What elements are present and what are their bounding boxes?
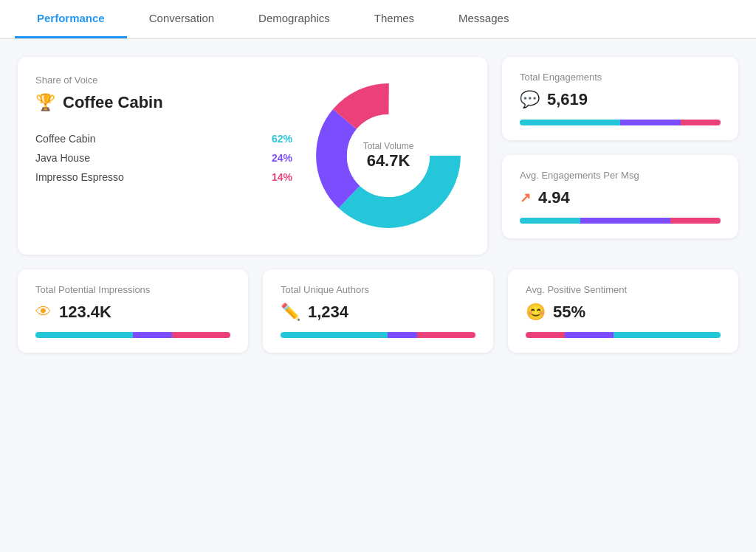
tab-conversation[interactable]: Conversation [127,0,236,38]
imp-bar-cyan [35,332,133,338]
tab-messages[interactable]: Messages [436,0,531,38]
authors-label: Total Unique Authors [281,284,475,295]
engagements-value-row: 💬 5,619 [520,90,721,109]
sov-item-name-3: Impresso Espresso [35,171,124,183]
sov-item-impresso: Impresso Espresso 14% [35,171,292,183]
impressions-label: Total Potential Impressions [35,284,230,295]
bottom-row: Total Potential Impressions 👁 123.4K Tot… [18,269,738,353]
sentiment-label: Avg. Positive Sentiment [526,284,721,295]
auth-bar-pink [417,332,475,338]
tab-demographics[interactable]: Demographics [236,0,352,38]
sov-title-text: Coffee Cabin [63,93,163,112]
avg-engagements-card: Avg. Engagements Per Msg ↗ 4.94 [502,155,738,238]
engagements-bar-cyan [520,120,620,125]
imp-bar-purple [133,332,172,338]
main-content: Share of Voice 🏆 Coffee Cabin Coffee Cab… [0,39,756,370]
eye-icon: 👁 [35,303,52,322]
authors-value: 1,234 [308,303,348,322]
sov-left: Share of Voice 🏆 Coffee Cabin Coffee Cab… [35,75,292,237]
sent-bar-pink [526,332,565,338]
sov-label: Share of Voice [35,75,292,86]
sov-item-pct-3: 14% [272,171,292,183]
avg-eng-value: 4.94 [538,188,570,207]
right-column: Total Engagements 💬 5,619 Avg. Engagemen… [502,57,738,255]
sov-item-pct-2: 24% [272,152,292,164]
engagements-value: 5,619 [547,90,588,109]
donut-total-value: 64.7K [363,151,414,170]
impressions-value-row: 👁 123.4K [35,303,230,322]
donut-center-text: Total Volume 64.7K [363,141,414,170]
imp-bar-pink [172,332,230,338]
impressions-card: Total Potential Impressions 👁 123.4K [18,269,248,353]
donut-total-label: Total Volume [363,141,414,151]
sov-item-java-house: Java House 24% [35,152,292,164]
avg-eng-value-row: ↗ 4.94 [520,188,721,207]
total-engagements-card: Total Engagements 💬 5,619 [502,57,738,140]
share-of-voice-card: Share of Voice 🏆 Coffee Cabin Coffee Cab… [18,57,487,255]
trophy-icon: 🏆 [35,93,55,112]
arrow-up-icon: ↗ [520,190,531,206]
sent-bar-cyan [614,332,721,338]
sentiment-value: 55% [553,303,585,322]
sov-item-name-1: Coffee Cabin [35,133,95,145]
engagements-progress-bar [520,120,721,125]
top-navigation: Performance Conversation Demographics Th… [0,0,756,39]
sentiment-value-row: 😊 55% [526,303,721,322]
sov-title: 🏆 Coffee Cabin [35,93,292,112]
sov-item-coffee-cabin: Coffee Cabin 62% [35,133,292,145]
sov-items: Coffee Cabin 62% Java House 24% Impresso… [35,133,292,183]
sov-donut-container: Total Volume 64.7K [307,75,470,237]
auth-bar-cyan [281,332,388,338]
pencil-icon: ✏️ [281,303,300,322]
sov-item-pct-1: 62% [272,133,292,145]
engagements-bar-purple [620,120,681,125]
avg-eng-bar-purple [580,218,670,224]
impressions-progress-bar [35,332,230,338]
happy-icon: 😊 [526,303,546,322]
sov-item-name-2: Java House [35,152,90,164]
avg-eng-bar-cyan [520,218,580,224]
engagements-bar-pink [681,120,721,125]
authors-value-row: ✏️ 1,234 [281,303,475,322]
authors-progress-bar [281,332,475,338]
sentiment-card: Avg. Positive Sentiment 😊 55% [508,269,738,353]
avg-eng-label: Avg. Engagements Per Msg [520,170,721,181]
tab-themes[interactable]: Themes [352,0,436,38]
engagements-label: Total Engagements [520,72,721,83]
avg-eng-bar-pink [670,218,721,224]
sent-bar-purple [565,332,614,338]
chat-icon: 💬 [520,90,540,109]
auth-bar-purple [388,332,417,338]
tab-performance[interactable]: Performance [15,0,127,38]
donut-chart: Total Volume 64.7K [307,75,470,237]
sentiment-progress-bar [526,332,721,338]
avg-eng-progress-bar [520,218,721,224]
impressions-value: 123.4K [59,303,111,322]
authors-card: Total Unique Authors ✏️ 1,234 [263,269,493,353]
